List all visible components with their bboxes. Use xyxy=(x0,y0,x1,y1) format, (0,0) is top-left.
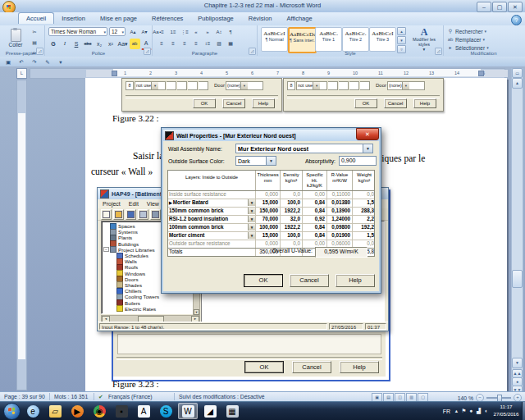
bullets-button[interactable]: •≡ xyxy=(157,27,167,38)
sort-button[interactable]: A↕ xyxy=(214,27,225,38)
dropdown-arrow-icon[interactable]: ▼ xyxy=(363,144,372,153)
hap-tree-item[interactable]: Boilers xyxy=(102,299,192,305)
undo-button[interactable]: ↶ xyxy=(16,57,27,66)
underline-button[interactable]: S xyxy=(71,39,82,49)
thickness-cell[interactable]: 70,000 xyxy=(256,216,281,223)
style-gallery-item[interactable]: AaBbCcI ¶ Normal xyxy=(261,27,288,52)
shading-button[interactable]: ▨ xyxy=(214,39,225,49)
language-indicator[interactable]: Français (France) xyxy=(108,394,153,399)
absorptivity-input[interactable]: 0,900 xyxy=(339,156,377,166)
layer-dropdown-button[interactable] xyxy=(248,208,255,214)
font-size-select[interactable]: 12▾ xyxy=(109,27,126,36)
layer-dropdown-button[interactable] xyxy=(248,232,255,239)
rvalue-cell[interactable]: 0,09800 xyxy=(327,224,353,231)
taskbar-ie-button[interactable]: e xyxy=(23,403,43,419)
density-cell[interactable]: 1922,2 xyxy=(281,224,303,231)
redo-button[interactable]: ↷ xyxy=(30,57,40,66)
replace-button[interactable]: ab Remplacer ▾ xyxy=(447,36,485,43)
clipboard-dialog-launcher[interactable]: ◿ xyxy=(36,48,43,55)
right-indent-marker[interactable] xyxy=(478,71,484,76)
hap-menu-item[interactable]: Edit xyxy=(129,201,139,207)
cut-button[interactable]: ✂ xyxy=(29,27,41,38)
layer-dropdown-button[interactable] xyxy=(248,199,255,206)
minimize-button[interactable]: – xyxy=(477,2,491,12)
surface-color-combo[interactable]: Dark▼ xyxy=(235,156,276,166)
zoom-level[interactable]: 140 % xyxy=(458,395,473,401)
language-switcher[interactable]: FR xyxy=(443,409,450,414)
strikethrough-button[interactable]: abc xyxy=(83,39,94,49)
hap-print-button[interactable] xyxy=(138,209,148,220)
dropdown-arrow-icon[interactable]: ▼ xyxy=(266,157,276,165)
style-gallery-item[interactable]: AaBbC. Titre 1 xyxy=(315,27,342,52)
hap-new-button[interactable] xyxy=(101,209,112,220)
taskbar-dark-app-button[interactable]: ▪ xyxy=(112,403,131,419)
tray-volume-icon[interactable]: ◖ xyxy=(483,408,489,414)
specific-heat-cell[interactable]: 0,84 xyxy=(303,224,327,231)
multilevel-list-button[interactable]: ⋮≡ xyxy=(180,27,190,38)
thickness-cell[interactable]: 15,000 xyxy=(256,232,281,240)
left-indent-marker[interactable] xyxy=(112,71,117,76)
density-cell[interactable]: 100,0 xyxy=(281,232,303,240)
numbering-button[interactable]: 1≡ xyxy=(168,27,179,38)
hap-reports-button[interactable] xyxy=(150,209,161,220)
ok-button[interactable]: OK xyxy=(244,274,283,287)
specific-heat-cell[interactable]: 0,92 xyxy=(303,216,327,223)
specific-heat-cell[interactable]: 0,84 xyxy=(303,199,327,207)
taskbar-chrome-button[interactable]: ◉ xyxy=(89,403,109,419)
scroll-down-button[interactable]: ▼ xyxy=(512,358,523,368)
thickness-cell[interactable]: 100,000 xyxy=(256,224,281,231)
close-button[interactable]: ✕ xyxy=(508,2,523,12)
taskbar-skype-button[interactable]: S xyxy=(156,403,176,419)
scrollbar-thumb[interactable] xyxy=(512,270,523,288)
hap-tree-item[interactable]: Electric Rates xyxy=(102,306,192,312)
tab-selector[interactable]: L xyxy=(16,68,27,79)
change-case-button[interactable]: Aa▾ xyxy=(117,39,129,49)
rvalue-cell[interactable]: 0,01900 xyxy=(327,232,353,240)
tree-expander-icon[interactable]: − xyxy=(103,247,109,252)
zoom-slider[interactable] xyxy=(486,397,511,399)
thickness-cell[interactable]: 150,000 xyxy=(256,208,281,215)
layer-name-cell[interactable]: RSI-1.2 board insulation xyxy=(168,216,256,223)
rvalue-cell[interactable]: 1,24000 xyxy=(327,216,353,223)
paragraph-dialog-launcher[interactable]: ◿ xyxy=(249,48,256,55)
highlight-button[interactable]: ab xyxy=(130,39,140,49)
scroll-up-button[interactable]: ▲ xyxy=(512,78,523,89)
layer-name-cell[interactable]: 150mm common brick xyxy=(168,208,256,215)
tray-flag-icon[interactable]: ⚑ xyxy=(461,408,467,414)
help-dialog-button[interactable]: Help xyxy=(336,274,375,287)
tray-expand-button[interactable]: ▴ xyxy=(454,408,459,414)
rvalue-cell[interactable]: 0,01380 xyxy=(327,199,353,207)
align-right-button[interactable]: ≡ xyxy=(180,39,190,49)
style-gallery-item[interactable]: AaBbCcI Titre 3 xyxy=(369,27,396,52)
ribbon-tab[interactable]: Insertion xyxy=(54,12,93,24)
qat-customize-button[interactable]: ▾ xyxy=(56,57,66,66)
taskbar-explorer-button[interactable]: ▱ xyxy=(45,403,65,419)
bold-button[interactable]: G xyxy=(48,39,59,49)
density-cell[interactable]: 100,0 xyxy=(281,199,303,207)
ribbon-tab[interactable]: Références xyxy=(144,12,190,24)
hap-menu-item[interactable]: View xyxy=(147,201,159,207)
taskbar-word-button[interactable]: W xyxy=(178,403,198,419)
help-button[interactable]: ? xyxy=(511,15,522,25)
vertical-ruler[interactable] xyxy=(16,80,27,390)
density-cell[interactable]: 32,0 xyxy=(281,216,303,223)
style-dialog-launcher[interactable]: ◿ xyxy=(435,48,442,55)
wall-properties-dialog[interactable]: Wall Properties - [Mur Exterieur Nord ou… xyxy=(161,127,381,294)
wall-dialog-title-bar[interactable]: Wall Properties - [Mur Exterieur Nord ou… xyxy=(163,130,379,141)
taskbar-a-app-button[interactable]: A xyxy=(134,403,153,419)
weight-cell[interactable]: 2,2 xyxy=(353,216,376,223)
word-vertical-scrollbar[interactable]: ▭ ▲ ▼ ▲▲ ● ▼▼ xyxy=(511,68,523,392)
weight-cell[interactable]: 288,3 xyxy=(353,208,376,215)
scroll-down-icon[interactable]: ▼ xyxy=(194,309,199,315)
weight-cell[interactable]: 1,5 xyxy=(353,199,376,207)
layer-dropdown-button[interactable] xyxy=(248,216,255,222)
gallery-down-button[interactable]: ▾ xyxy=(397,36,406,44)
taskbar-calculator-button[interactable]: ▦ xyxy=(222,403,242,419)
specific-heat-cell[interactable]: 0,84 xyxy=(303,208,327,215)
hap-save-button[interactable] xyxy=(126,209,136,220)
justify-button[interactable]: ≡ xyxy=(191,39,202,49)
track-changes-indicator[interactable]: Suivi des modifications : Désactivé xyxy=(179,394,265,399)
weight-cell[interactable]: 1,5 xyxy=(353,232,376,240)
font-dialog-launcher[interactable]: ◿ xyxy=(144,48,151,55)
ribbon-tab[interactable]: Mise en page xyxy=(93,12,144,24)
